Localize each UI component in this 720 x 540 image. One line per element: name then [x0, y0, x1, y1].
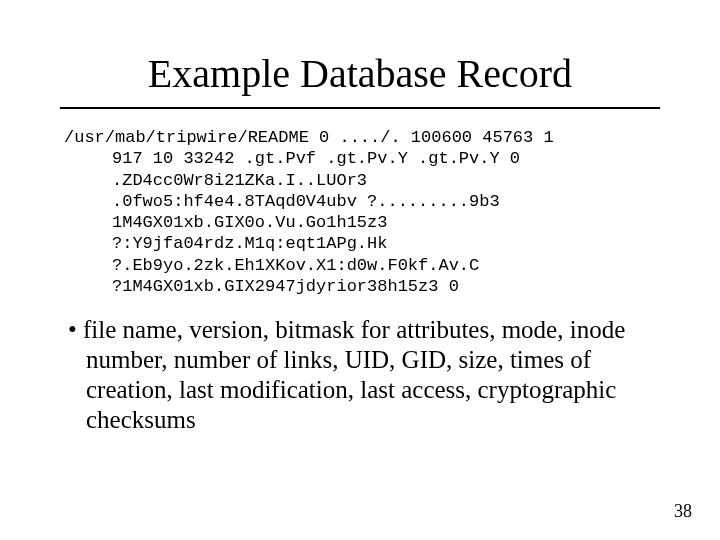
- code-line-1: 917 10 33242 .gt.Pvf .gt.Pv.Y .gt.Pv.Y 0: [64, 148, 660, 169]
- code-line-6: ?.Eb9yo.2zk.Eh1XKov.X1:d0w.F0kf.Av.C: [64, 255, 660, 276]
- code-line-5: ?:Y9jfa04rdz.M1q:eqt1APg.Hk: [64, 233, 660, 254]
- bullet-item: file name, version, bitmask for attribut…: [86, 315, 660, 435]
- code-line-7: ?1M4GX01xb.GIX2947jdyrior38h15z3 0: [64, 276, 660, 297]
- code-line-2: .ZD4cc0Wr8i21ZKa.I..LUOr3: [64, 170, 660, 191]
- page-number: 38: [674, 501, 692, 522]
- code-line-0: /usr/mab/tripwire/README 0 ..../. 100600…: [64, 128, 554, 147]
- code-block: /usr/mab/tripwire/README 0 ..../. 100600…: [64, 127, 660, 297]
- divider: [60, 107, 660, 109]
- code-line-4: 1M4GX01xb.GIX0o.Vu.Go1h15z3: [64, 212, 660, 233]
- slide-title: Example Database Record: [60, 50, 660, 97]
- bullet-list: file name, version, bitmask for attribut…: [60, 315, 660, 435]
- code-line-3: .0fwo5:hf4e4.8TAqd0V4ubv ?.........9b3: [64, 191, 660, 212]
- slide: Example Database Record /usr/mab/tripwir…: [0, 0, 720, 540]
